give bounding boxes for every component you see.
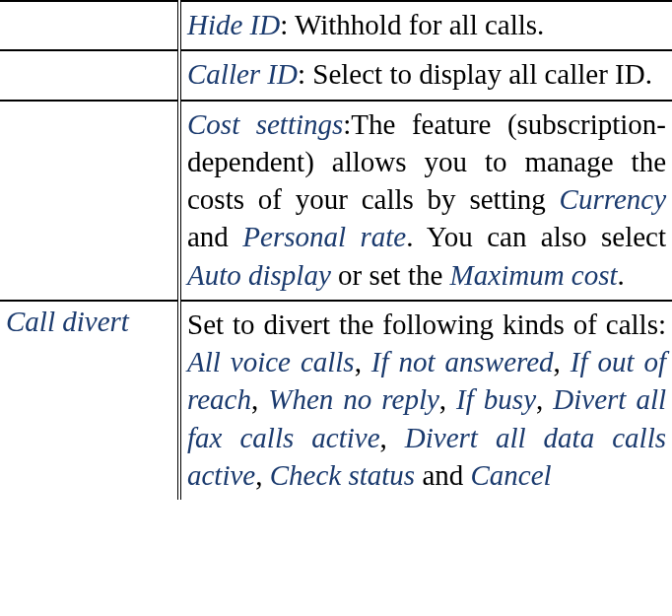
- term-when-no-reply: When no reply: [268, 383, 439, 415]
- row-label-cell: [0, 101, 179, 301]
- text: : Select to display all caller ID.: [298, 58, 652, 90]
- table-row: Cost settings:The feature (subscription-…: [0, 101, 672, 301]
- text: or set the: [331, 259, 450, 291]
- row-label-cell: [0, 1, 179, 50]
- text: ,: [355, 346, 371, 377]
- term-cancel: Cancel: [471, 459, 552, 491]
- text: ,: [380, 422, 405, 453]
- term-personal-rate: Personal rate: [242, 221, 406, 252]
- text: Set to divert the following kinds of cal…: [187, 308, 666, 340]
- text: ,: [536, 383, 553, 415]
- text: and: [187, 221, 242, 252]
- text: ,: [255, 459, 270, 491]
- term-check-status: Check status: [270, 459, 415, 491]
- row-desc-cell: Set to divert the following kinds of cal…: [179, 301, 672, 500]
- table-row: Call divert Set to divert the following …: [0, 301, 672, 500]
- row-desc-cell: Caller ID: Select to display all caller …: [179, 50, 672, 100]
- settings-table: Hide ID: Withhold for all calls. Caller …: [0, 0, 672, 500]
- text: .: [618, 259, 625, 291]
- term-hide-id: Hide ID: [187, 9, 280, 40]
- term-all-voice-calls: All voice calls: [187, 346, 355, 377]
- text: . You can also select: [406, 221, 666, 252]
- row-desc-cell: Cost settings:The feature (subscription-…: [179, 101, 672, 301]
- term-auto-display: Auto display: [187, 259, 331, 291]
- term-if-busy: If busy: [456, 383, 536, 415]
- term-caller-id: Caller ID: [187, 58, 298, 90]
- term-maximum-cost: Maximum cost: [450, 259, 618, 291]
- term-cost-settings: Cost settings: [187, 108, 343, 140]
- text: and: [415, 459, 470, 491]
- text: ,: [554, 346, 571, 377]
- text: : Withhold for all calls.: [280, 9, 544, 40]
- row-desc-cell: Hide ID: Withhold for all calls.: [179, 1, 672, 50]
- row-label-call-divert: Call divert: [6, 306, 129, 337]
- term-if-not-answered: If not answered: [371, 346, 554, 377]
- text: ,: [439, 383, 456, 415]
- term-currency: Currency: [560, 183, 666, 215]
- table-row: Caller ID: Select to display all caller …: [0, 50, 672, 100]
- row-label-cell: [0, 50, 179, 100]
- text: ,: [251, 383, 268, 415]
- table-row: Hide ID: Withhold for all calls.: [0, 1, 672, 50]
- row-label-cell: Call divert: [0, 301, 179, 500]
